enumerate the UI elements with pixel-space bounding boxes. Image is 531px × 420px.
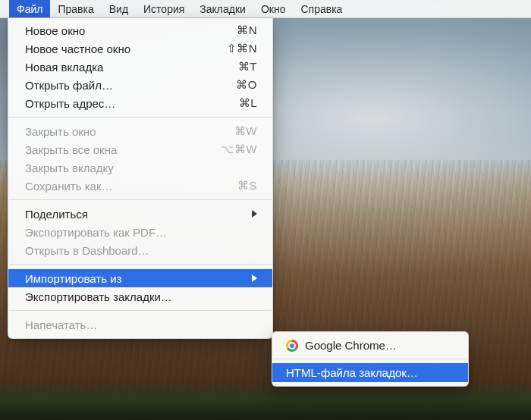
menubar-item-history[interactable]: История xyxy=(136,0,192,17)
menu-label: Экспортировать закладки… xyxy=(25,290,172,303)
file-menu: Новое окно ⌘N Новое частное окно ⇧⌘N Нов… xyxy=(8,18,273,339)
menubar-item-view[interactable]: Вид xyxy=(102,0,136,17)
menu-export-pdf: Экспортировать как PDF… xyxy=(8,223,272,241)
menu-new-private-window[interactable]: Новое частное окно ⇧⌘N xyxy=(8,39,272,58)
menu-separator xyxy=(9,199,272,200)
menu-label: Новое частное окно xyxy=(25,42,130,55)
menu-shortcut: ⌘W xyxy=(234,124,257,138)
menubar-label: История xyxy=(143,3,184,15)
menu-new-tab[interactable]: Новая вкладка ⌘T xyxy=(8,58,272,76)
menu-label: Закрыть окно xyxy=(25,125,96,138)
menu-label: Новое окно xyxy=(25,24,85,37)
menu-shortcut: ⌘N xyxy=(237,24,257,37)
menu-shortcut: ⌥⌘W xyxy=(221,143,257,156)
menu-label: Открыть файл… xyxy=(25,79,113,92)
menu-shortcut: ⌘L xyxy=(239,96,257,110)
menubar-item-window[interactable]: Окно xyxy=(253,0,294,17)
menu-shortcut: ⌘S xyxy=(237,179,257,193)
menu-share[interactable]: Поделиться xyxy=(8,205,272,223)
menu-separator xyxy=(9,264,272,265)
chrome-icon xyxy=(286,340,298,352)
menubar-label: Закладки xyxy=(200,3,246,15)
menu-open-in-dashboard: Открыть в Dashboard… xyxy=(8,241,272,259)
menubar-label: Правка xyxy=(58,3,93,15)
menu-close-window: Закрыть окно ⌘W xyxy=(8,122,272,140)
menubar-label: Файл xyxy=(17,3,42,15)
submenu-html-bookmarks-file[interactable]: HTML-файла закладок… xyxy=(272,363,468,382)
menubar-item-edit[interactable]: Правка xyxy=(50,0,101,17)
menu-label: Закрыть все окна xyxy=(25,143,117,156)
menubar-label: Вид xyxy=(109,3,128,15)
menu-close-all-windows: Закрыть все окна ⌥⌘W xyxy=(8,140,272,158)
import-from-submenu: Google Chrome… HTML-файла закладок… xyxy=(272,331,469,387)
menu-label: Сохранить как… xyxy=(25,180,113,193)
menubar-item-bookmarks[interactable]: Закладки xyxy=(192,0,253,17)
menubar-item-help[interactable]: Справка xyxy=(293,0,350,17)
menu-label: Импортировать из xyxy=(25,272,121,285)
menu-new-window[interactable]: Новое окно ⌘N xyxy=(8,21,272,39)
menu-open-location[interactable]: Открыть адрес… ⌘L xyxy=(8,94,272,112)
menubar-label: Справка xyxy=(300,3,342,15)
menu-label: Экспортировать как PDF… xyxy=(25,226,167,239)
submenu-google-chrome[interactable]: Google Chrome… xyxy=(272,336,468,355)
wallpaper-treeline xyxy=(0,384,531,420)
menu-print: Напечатать… xyxy=(8,315,272,334)
menu-label: Открыть адрес… xyxy=(25,97,115,110)
menu-separator xyxy=(9,310,272,311)
menu-shortcut: ⌘O xyxy=(236,78,257,92)
submenu-label: HTML-файла закладок… xyxy=(286,366,418,379)
menu-label: Поделиться xyxy=(25,208,88,221)
menu-save-as: Сохранить как… ⌘S xyxy=(8,177,272,195)
menu-export-bookmarks[interactable]: Экспортировать закладки… xyxy=(8,287,272,306)
submenu-arrow-icon xyxy=(252,210,257,218)
menubar: Файл Правка Вид История Закладки Окно Сп… xyxy=(0,0,531,18)
menu-separator xyxy=(9,117,272,118)
submenu-arrow-icon xyxy=(252,274,257,282)
menu-label: Закрыть вкладку xyxy=(25,161,114,174)
submenu-separator xyxy=(273,359,467,359)
menu-label: Открыть в Dashboard… xyxy=(25,244,149,257)
menu-shortcut: ⇧⌘N xyxy=(227,42,257,55)
menu-import-from[interactable]: Импортировать из xyxy=(8,269,272,287)
menu-open-file[interactable]: Открыть файл… ⌘O xyxy=(8,76,272,94)
menubar-item-file[interactable]: Файл xyxy=(9,0,50,17)
menu-close-tab: Закрыть вкладку xyxy=(8,158,272,177)
submenu-label: Google Chrome… xyxy=(305,339,397,352)
menu-shortcut: ⌘T xyxy=(238,60,257,74)
menu-label: Новая вкладка xyxy=(25,61,103,74)
menubar-label: Окно xyxy=(261,3,286,15)
menu-label: Напечатать… xyxy=(25,318,97,331)
